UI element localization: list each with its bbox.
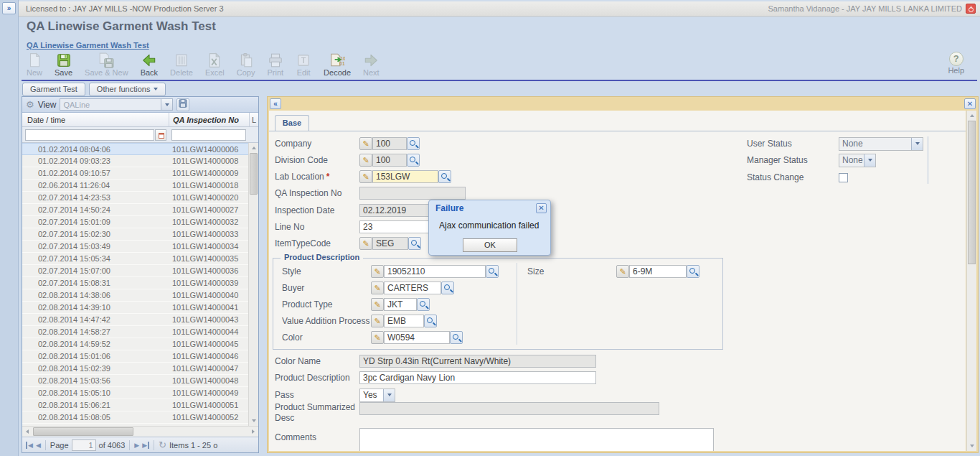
item-type-code-field[interactable] (372, 237, 408, 250)
toolbar-button-new[interactable]: New (22, 50, 47, 77)
pencil-icon[interactable]: ✎ (371, 331, 384, 344)
prev-page-icon[interactable]: ◀ (36, 442, 41, 449)
toolbar-button-save-new[interactable]: Save & New (80, 50, 133, 77)
scroll-down-icon[interactable] (249, 416, 258, 426)
scroll-left-icon[interactable] (22, 427, 32, 437)
grid-vscroll-thumb[interactable] (250, 153, 258, 195)
expand-panel-button[interactable]: » (2, 2, 16, 14)
grid-row[interactable]: 02.07.2014 14:50:24 101LGW14000027 (22, 204, 258, 216)
pencil-icon[interactable]: ✎ (359, 137, 372, 150)
toolbar-button-excel[interactable]: Excel (200, 50, 230, 77)
grid-row[interactable]: 02.07.2014 15:08:31 101LGW14000039 (22, 277, 258, 289)
calendar-icon[interactable] (155, 129, 166, 141)
form-vertical-scrollbar[interactable] (966, 111, 976, 451)
search-icon[interactable] (408, 237, 421, 250)
grid-row[interactable]: 02.08.2014 14:59:52 101LGW14000045 (22, 338, 258, 350)
toolbar-button-copy[interactable]: Copy (232, 50, 260, 77)
search-icon[interactable] (424, 315, 437, 327)
status-change-checkbox[interactable] (839, 173, 848, 182)
help-button[interactable]: ? Help (948, 52, 964, 75)
buyer-field[interactable] (384, 281, 441, 294)
grid-row[interactable]: 02.08.2014 15:01:06 101LGW14000046 (22, 350, 258, 363)
value-addition-process-field[interactable] (384, 315, 424, 327)
search-icon[interactable] (486, 265, 499, 278)
user-status-select[interactable]: None (839, 137, 923, 151)
color-name-field[interactable] (359, 355, 596, 368)
tab-garment-test[interactable]: Garment Test (22, 83, 85, 96)
grid-row[interactable]: 02.07.2014 15:05:34 101LGW14000035 (22, 253, 258, 265)
grid-row[interactable]: 02.06.2014 11:26:04 101LGW14000018 (22, 180, 258, 192)
toolbar-button-decode[interactable]: 1001 Decode (319, 50, 356, 77)
tab-base[interactable]: Base (275, 115, 309, 131)
grid-row[interactable]: 02.08.2014 14:47:42 101LGW14000043 (22, 314, 258, 326)
search-icon[interactable] (441, 281, 454, 294)
search-icon[interactable] (417, 298, 430, 311)
product-type-field[interactable] (384, 298, 417, 311)
scroll-right-icon[interactable] (248, 427, 258, 437)
grid-row[interactable]: 02.08.2014 15:02:39 101LGW14000047 (22, 363, 258, 375)
close-icon[interactable]: ✕ (536, 203, 547, 213)
pencil-icon[interactable]: ✎ (371, 298, 384, 311)
scroll-down-icon[interactable] (967, 441, 976, 451)
division-code-field[interactable] (372, 154, 407, 167)
grid-row[interactable]: 02.08.2014 14:39:10 101LGW14000041 (22, 302, 258, 314)
toolbar-button-print[interactable]: Print (262, 50, 288, 77)
qa-inspection-no-field[interactable] (359, 187, 466, 200)
toolbar-button-delete[interactable]: Delete (165, 50, 198, 77)
scroll-up-icon[interactable] (249, 143, 258, 153)
grid-row[interactable]: 02.08.2014 14:58:27 101LGW14000044 (22, 326, 258, 338)
view-combo[interactable]: QALine (60, 98, 173, 111)
toolbar-button-back[interactable]: Back (136, 50, 163, 77)
search-icon[interactable] (687, 265, 699, 278)
column-header-extra[interactable]: L (250, 113, 258, 126)
grid-vertical-scrollbar[interactable] (248, 143, 258, 426)
toolbar-button-save[interactable]: Save (50, 50, 77, 77)
logout-icon[interactable] (966, 4, 976, 14)
grid-horizontal-scrollbar[interactable] (22, 426, 258, 437)
grid-row[interactable]: 02.07.2014 15:02:30 101LGW14000033 (22, 228, 258, 241)
search-icon[interactable] (438, 170, 451, 183)
breadcrumb-link[interactable]: QA Linewise Garment Wash Test (27, 41, 149, 50)
grid-row[interactable]: 02.08.2014 15:03:56 101LGW14000048 (22, 375, 258, 387)
grid-row[interactable]: 02.08.2014 14:38:06 101LGW14000040 (22, 289, 258, 302)
product-summarized-desc-field[interactable] (359, 402, 659, 415)
pass-select[interactable]: Yes (359, 388, 395, 402)
view-combo-arrow[interactable] (161, 99, 172, 110)
grid-row[interactable]: 02.07.2014 14:23:53 101LGW14000020 (22, 192, 258, 204)
search-icon[interactable] (407, 137, 420, 150)
column-header-datetime[interactable]: Date / time (22, 113, 169, 126)
comments-field[interactable] (359, 428, 714, 451)
grid-row[interactable]: 02.08.2014 15:08:05 101LGW14000052 (22, 411, 258, 424)
grid-hscroll-thumb[interactable] (33, 427, 133, 436)
page-number-input[interactable] (72, 439, 96, 451)
pencil-icon[interactable]: ✎ (359, 154, 372, 167)
size-field[interactable] (629, 265, 687, 278)
grid-row[interactable]: 02.08.2014 15:06:21 101LGW14000051 (22, 399, 258, 411)
scroll-up-icon[interactable] (967, 111, 976, 121)
pencil-icon[interactable]: ✎ (359, 237, 372, 250)
grid-row[interactable]: 01.02.2014 09:10:57 101LGW14000009 (22, 167, 258, 180)
product-description-field[interactable] (359, 371, 596, 384)
pencil-icon[interactable]: ✎ (371, 281, 384, 294)
refresh-icon[interactable]: ↻ (159, 439, 166, 450)
next-page-icon[interactable]: ▶ (134, 442, 139, 449)
close-panel-button[interactable]: ✕ (964, 98, 976, 109)
style-field[interactable] (384, 265, 486, 278)
manager-status-select[interactable]: None (839, 154, 876, 167)
filter-qa-no-input[interactable] (171, 129, 246, 141)
lab-location-field[interactable] (372, 170, 438, 183)
pencil-icon[interactable]: ✎ (371, 265, 384, 278)
pencil-icon[interactable]: ✎ (359, 170, 372, 183)
grid-row[interactable]: 01.02.2014 08:04:06 101LGW14000006 (22, 143, 258, 155)
search-icon[interactable] (450, 331, 463, 344)
company-field[interactable] (372, 137, 407, 150)
tab-other-functions[interactable]: Other functions (89, 83, 166, 96)
color-field[interactable] (384, 331, 450, 344)
search-icon[interactable] (407, 154, 420, 167)
last-page-icon[interactable]: ▶ (142, 442, 149, 449)
toolbar-button-edit[interactable]: T Edit (291, 50, 316, 77)
pencil-icon[interactable]: ✎ (616, 265, 629, 278)
filter-datetime-input[interactable] (25, 129, 154, 141)
save-view-button[interactable] (176, 98, 189, 111)
column-header-qa-no[interactable]: QA Inspection No (169, 113, 250, 126)
